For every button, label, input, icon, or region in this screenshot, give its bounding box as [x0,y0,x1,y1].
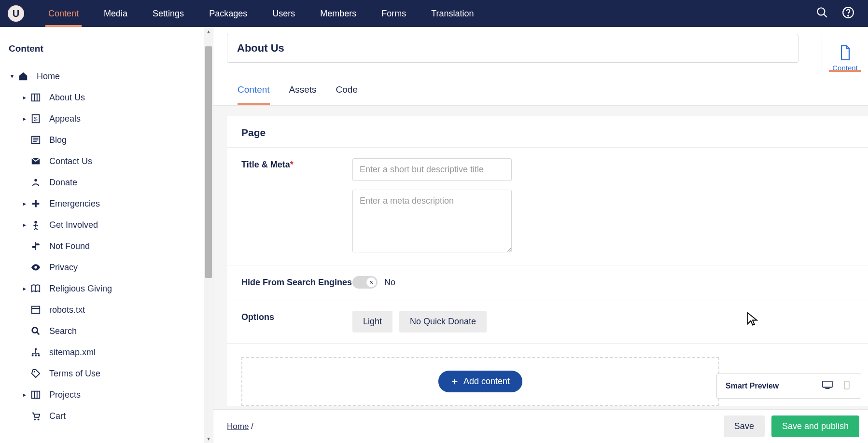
scrollbar-thumb[interactable] [205,46,212,278]
signpost-icon [29,241,42,251]
nav-forms[interactable]: Forms [369,0,419,27]
add-content-dropzone[interactable]: Add content [241,357,719,406]
tree-node-robots-txt[interactable]: robots.txt [21,299,213,320]
svg-rect-21 [32,306,40,314]
tab-assets[interactable]: Assets [289,84,317,105]
tree-node-label: Donate [49,178,77,187]
smart-preview-card: Smart Preview [716,374,861,399]
toggle-value-label: No [384,277,395,288]
tree-node-label: Terms of Use [49,369,100,378]
nav-packages[interactable]: Packages [196,0,260,27]
tree-node-label: Religious Giving [49,284,112,293]
add-content-button[interactable]: Add content [438,371,522,392]
scroll-up-icon[interactable]: ▴ [205,28,212,35]
tree-node-sitemap-xml[interactable]: sitemap.xml [21,342,213,363]
save-button[interactable]: Save [724,415,765,437]
nav-members[interactable]: Members [308,0,369,27]
caret-right-icon[interactable]: ▸ [21,95,28,100]
tree-node-cart[interactable]: Cart [21,405,213,427]
caret-right-icon[interactable]: ▸ [21,201,28,207]
svg-line-24 [37,332,40,335]
hide-from-search-toggle[interactable]: × [352,276,378,289]
tree-node-label: Appeals [49,114,81,123]
tree-node-label: Contact Us [49,157,92,166]
eye-icon [29,262,42,273]
help-icon[interactable] [842,6,854,21]
tree-node-get-involved[interactable]: ▸Get Involved [21,214,213,235]
tree-node-not-found[interactable]: Not Found [21,235,213,257]
breadcrumb-home[interactable]: Home [227,422,249,431]
app-logo[interactable]: U [8,5,24,22]
desktop-preview-icon[interactable] [822,381,833,391]
news-icon [29,135,42,145]
option-no-quick-donate-chip[interactable]: No Quick Donate [399,311,487,332]
content-app-tab[interactable]: Content [822,34,868,72]
caret-right-icon[interactable]: ▸ [21,392,28,398]
search-icon[interactable] [816,6,828,21]
tree-node-label: robots.txt [49,305,85,314]
tree-node-appeals[interactable]: ▸$Appeals [21,108,213,129]
caret-down-icon[interactable]: ▾ [9,73,15,79]
mobile-preview-icon[interactable] [841,381,852,391]
plus-icon [451,378,459,386]
label-hide-search: Hide From Search Engines [241,276,352,289]
tree-node-label: Cart [49,412,66,420]
book-icon [29,283,42,294]
tree-icon [29,347,42,358]
caret-right-icon[interactable]: ▸ [21,116,28,122]
nav-settings[interactable]: Settings [140,0,196,27]
window-icon [29,305,42,315]
svg-rect-37 [823,381,832,388]
nav-media[interactable]: Media [91,0,140,27]
tree-node-donate[interactable]: Donate [21,172,213,193]
sidebar-scrollbar[interactable]: ▴ ▾ [204,27,213,443]
tree-node-emergencies[interactable]: ▸Emergencies [21,193,213,214]
tree-node-label: Projects [49,390,81,399]
nav-translation[interactable]: Translation [419,0,486,27]
home-icon [16,71,30,82]
top-navbar: U Content Media Settings Packages Users … [0,0,868,27]
tree-node-label: Emergencies [49,199,100,208]
scroll-down-icon[interactable]: ▾ [205,435,212,442]
svg-point-29 [34,371,35,373]
svg-point-14 [34,179,37,182]
tree-node-label: Search [49,327,77,335]
nav-content[interactable]: Content [36,0,91,27]
nav-users[interactable]: Users [260,0,308,27]
svg-rect-4 [32,94,40,101]
plus-icon [29,198,42,209]
caret-right-icon[interactable]: ▸ [21,286,28,291]
content-tree-sidebar: Content ▾ Home ▸About Us▸$AppealsBlogCon… [0,27,213,443]
columns-icon [29,389,42,400]
tree-node-privacy[interactable]: Privacy [21,257,213,278]
tree-node-about-us[interactable]: ▸About Us [21,87,213,108]
title-input[interactable] [352,158,512,181]
person-icon [29,220,42,230]
tree-node-home[interactable]: ▾ Home [9,66,213,87]
tree-node-label: Get Involved [49,221,98,229]
hands-icon [29,177,42,188]
option-light-chip[interactable]: Light [352,311,392,332]
label-title-meta: Title & Meta* [241,158,352,254]
svg-point-0 [817,8,825,15]
tree-node-blog[interactable]: Blog [21,129,213,151]
tab-content[interactable]: Content [238,84,270,105]
caret-right-icon[interactable]: ▸ [21,222,28,228]
document-title[interactable]: About Us [227,34,798,63]
svg-line-1 [824,14,827,17]
tree-node-terms-of-use[interactable]: Terms of Use [21,363,213,384]
save-and-publish-button[interactable]: Save and publish [771,415,859,437]
tab-code[interactable]: Code [336,84,358,105]
smart-preview-label: Smart Preview [726,382,779,390]
meta-description-input[interactable] [352,190,512,252]
breadcrumb: Home / [227,422,253,431]
breadcrumb-separator: / [251,422,253,431]
svg-rect-25 [35,348,37,350]
tree-node-contact-us[interactable]: Contact Us [21,151,213,172]
tree-node-search[interactable]: Search [21,320,213,342]
svg-rect-30 [32,391,40,399]
svg-point-23 [32,328,38,333]
tree-node-religious-giving[interactable]: ▸Religious Giving [21,278,213,299]
search-icon [29,326,42,336]
tree-node-projects[interactable]: ▸Projects [21,384,213,405]
